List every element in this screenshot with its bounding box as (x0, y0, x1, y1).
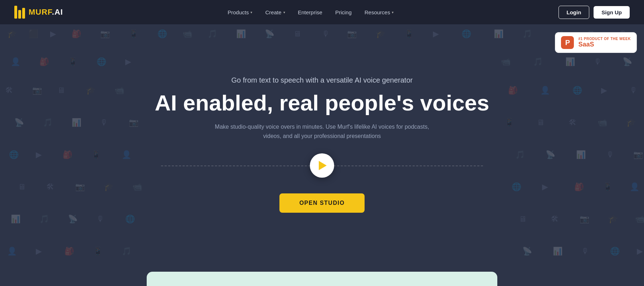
bg-icon: ▶ (36, 150, 42, 159)
nav-resources-label: Resources (365, 9, 390, 15)
bg-icon: 📊 (494, 29, 503, 39)
nav-create[interactable]: Create ▾ (260, 6, 290, 18)
nav-pricing[interactable]: Pricing (330, 6, 357, 18)
navbar: MURF.AI Products ▾ Create ▾ Enterprise P… (0, 0, 644, 24)
bg-icon: ▶ (542, 182, 548, 192)
logo-bar-3 (22, 8, 25, 19)
logo-bar-2 (18, 10, 21, 19)
bg-icon: 🎒 (508, 86, 518, 95)
bg-icon: 📊 (565, 57, 575, 66)
bg-icon: 🖥 (18, 182, 26, 192)
open-studio-button[interactable]: OPEN STUDIO (279, 193, 365, 213)
hero-section: 🎓 ⬛ ▶ 🎒 📷 📱 🌐 📹 🎵 📊 📡 🖥 🎙 📷 🎓 📱 ▶ 🌐 📊 🎵 … (0, 0, 644, 286)
nav-products[interactable]: Products ▾ (223, 6, 257, 18)
bg-icon: 🌐 (97, 57, 106, 66)
navbar-actions: Login Sign Up (558, 6, 630, 19)
bg-icon: 🎵 (522, 29, 532, 39)
bg-icon: 📹 (132, 182, 142, 192)
bg-icon: 👤 (540, 86, 550, 95)
bg-icon: 🌐 (610, 247, 620, 256)
bg-icon: 📡 (522, 247, 532, 256)
bg-icon: 🖥 (293, 29, 301, 39)
logo-icon (14, 6, 25, 19)
bg-icon: 🎓 (7, 29, 17, 39)
bg-icon: 🛠 (551, 214, 559, 224)
bg-icon: 🖥 (57, 86, 65, 95)
chevron-down-icon: ▾ (392, 10, 394, 14)
bg-icon: 📷 (100, 29, 110, 39)
hero-subtitle: Go from text to speech with a versatile … (231, 76, 413, 84)
bg-icon: 🎒 (63, 150, 72, 159)
bg-icon: 📱 (504, 118, 514, 127)
bg-icon: ▶ (601, 86, 607, 95)
bg-icon: 📷 (580, 214, 589, 224)
signup-button[interactable]: Sign Up (594, 6, 630, 19)
logo-murf: MURF (29, 8, 52, 16)
product-hunt-badge[interactable]: P #1 PRODUCT OF THE WEEK SaaS (555, 32, 637, 53)
bg-icon: 📷 (129, 118, 138, 127)
bg-icon: 📷 (633, 150, 643, 159)
bg-icon: 📱 (93, 247, 103, 256)
bg-icon: 🎙 (97, 214, 104, 224)
bg-icon: 🌐 (157, 29, 167, 39)
bg-icon: 🎒 (39, 57, 49, 66)
product-hunt-icon: P (561, 36, 574, 49)
bg-icon: ▶ (50, 29, 56, 39)
bg-icon: 📡 (546, 150, 555, 159)
bg-icon: 📊 (72, 118, 81, 127)
bg-icon: 🎵 (43, 118, 53, 127)
bg-icon: 🖥 (519, 214, 527, 224)
bg-icon: 🎵 (515, 150, 525, 159)
logo-ai: .AI (52, 8, 63, 16)
chevron-down-icon: ▾ (283, 10, 285, 14)
nav-pricing-label: Pricing (335, 9, 352, 15)
bg-icon: 👤 (11, 57, 20, 66)
bg-icon: 📷 (32, 86, 42, 95)
bg-icon: 📊 (553, 247, 562, 256)
bg-icon: 🎒 (64, 247, 74, 256)
login-button[interactable]: Login (558, 6, 590, 19)
bg-icon: 📡 (623, 57, 632, 66)
bg-icon: 🎙 (606, 150, 614, 159)
bg-icon: 🎓 (608, 214, 618, 224)
logo-bar-1 (14, 6, 17, 19)
bg-icon: 📹 (501, 57, 511, 66)
bg-icon: 🌐 (462, 29, 471, 39)
bg-icon: 📹 (114, 86, 124, 95)
bg-icon: 📊 (576, 150, 586, 159)
play-button[interactable] (310, 153, 334, 178)
bg-icon: 🎙 (322, 29, 330, 39)
bg-icon: ▶ (125, 57, 131, 66)
logo-area: MURF.AI (14, 6, 63, 19)
bg-icon: 🎓 (86, 86, 96, 95)
bg-icon: 🎙 (100, 118, 108, 127)
bg-icon: 🌐 (572, 86, 582, 95)
product-hunt-text: #1 PRODUCT OF THE WEEK SaaS (578, 37, 631, 48)
bg-icon: 🛠 (47, 182, 54, 192)
play-icon (319, 161, 327, 170)
bg-icon: 🌐 (512, 182, 521, 192)
bg-icon: 🎓 (104, 182, 113, 192)
bg-icon: 🎵 (122, 247, 131, 256)
nav-menu: Products ▾ Create ▾ Enterprise Pricing R… (223, 6, 399, 18)
hero-description: Make studio-quality voice overs in minut… (208, 122, 436, 140)
bg-icon: 🌐 (125, 214, 135, 224)
bg-icon: 📡 (14, 118, 24, 127)
bg-icon: ▶ (637, 247, 643, 256)
nav-products-label: Products (228, 9, 249, 15)
bg-icon: 🛠 (569, 118, 577, 127)
hero-title: AI enabled, real people's voices (155, 91, 489, 115)
bg-icon: 📱 (91, 150, 101, 159)
bg-icon: 🛠 (5, 86, 13, 95)
bg-icon: ⬛ (29, 29, 38, 39)
product-hunt-label: #1 PRODUCT OF THE WEEK (578, 37, 631, 41)
hero-content: Go from text to speech with a versatile … (155, 76, 489, 213)
bg-icon: 📡 (265, 29, 274, 39)
product-hunt-product: SaaS (578, 41, 631, 48)
nav-enterprise[interactable]: Enterprise (293, 6, 327, 18)
nav-resources[interactable]: Resources ▾ (360, 6, 399, 18)
nav-enterprise-label: Enterprise (298, 9, 322, 15)
bg-icon: 📊 (236, 29, 246, 39)
nav-create-label: Create (265, 9, 281, 15)
bg-icon: 📷 (347, 29, 357, 39)
